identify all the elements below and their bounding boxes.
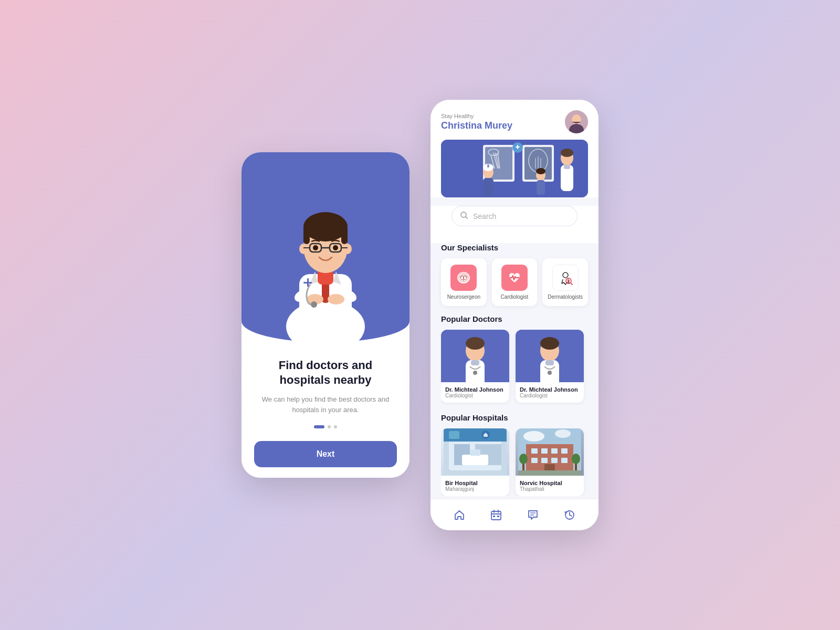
svg-rect-86 bbox=[531, 448, 538, 454]
stay-healthy-label: Stay Healthy bbox=[441, 113, 512, 119]
svg-rect-44 bbox=[487, 164, 489, 167]
screens-container: Find doctors and hospitals nearby We can… bbox=[242, 100, 598, 530]
specialist-card-neuro[interactable]: Neurosergeon bbox=[441, 258, 487, 306]
username: Christina Murey bbox=[441, 120, 512, 131]
hospital-card-1[interactable]: Bir Hospital Maharajgunj bbox=[441, 428, 509, 496]
doctor-card-img-2 bbox=[516, 330, 584, 382]
svg-point-8 bbox=[311, 301, 317, 308]
svg-line-50 bbox=[466, 217, 467, 218]
svg-rect-34 bbox=[517, 145, 518, 149]
hospital-card-2[interactable]: Norvic Hospital Thapathali bbox=[516, 428, 584, 496]
svg-rect-23 bbox=[307, 278, 309, 287]
main-scroll-content[interactable]: Stay Healthy Christina Murey bbox=[430, 100, 598, 530]
doctor-card-info-1: Dr. Michteal Johnson Cardiologist bbox=[441, 382, 509, 403]
svg-rect-89 bbox=[561, 448, 568, 454]
doctor-name-2: Dr. Michteal Johnson bbox=[520, 386, 580, 393]
avatar-image bbox=[565, 110, 588, 133]
svg-point-38 bbox=[561, 149, 573, 157]
nav-home[interactable] bbox=[454, 509, 465, 521]
doctors-scroll[interactable]: Dr. Michteal Johnson Cardiologist bbox=[441, 330, 588, 405]
header-top: Stay Healthy Christina Murey bbox=[441, 110, 588, 133]
specialists-row: Neurosergeon Cardiologist bbox=[441, 258, 588, 306]
avatar[interactable] bbox=[565, 110, 588, 133]
svg-rect-87 bbox=[541, 448, 548, 454]
hospital-interior-icon bbox=[441, 428, 509, 476]
svg-rect-48 bbox=[537, 180, 545, 195]
nav-chat[interactable] bbox=[527, 509, 539, 521]
popular-hospitals-title: Popular Hospitals bbox=[441, 413, 588, 422]
svg-rect-88 bbox=[551, 448, 558, 454]
calendar-icon bbox=[490, 509, 502, 521]
search-placeholder-text: Search bbox=[473, 212, 496, 220]
svg-rect-91 bbox=[541, 458, 548, 463]
svg-point-83 bbox=[555, 429, 571, 438]
hospitals-scroll[interactable]: Bir Hospital Maharajgunj bbox=[441, 428, 588, 496]
derm-icon-box bbox=[552, 265, 579, 291]
nav-history[interactable] bbox=[564, 509, 575, 521]
svg-point-20 bbox=[313, 245, 318, 250]
onboarding-illustration-area bbox=[242, 152, 410, 342]
neuro-icon-box bbox=[450, 265, 477, 291]
svg-rect-104 bbox=[493, 516, 495, 517]
hospital-name-2: Norvic Hospital bbox=[520, 480, 580, 486]
neuro-label: Neurosergeon bbox=[447, 294, 480, 300]
svg-rect-45 bbox=[483, 178, 494, 196]
doctor-card-1[interactable]: Dr. Michteal Johnson Cardiologist bbox=[441, 330, 509, 403]
svg-rect-75 bbox=[462, 455, 488, 465]
svg-rect-40 bbox=[564, 165, 570, 169]
doctor-1-illustration bbox=[441, 330, 509, 382]
svg-rect-78 bbox=[449, 431, 459, 439]
svg-rect-95 bbox=[518, 470, 581, 476]
hospital-card-info-1: Bir Hospital Maharajgunj bbox=[441, 476, 509, 496]
next-button[interactable]: Next bbox=[254, 441, 397, 467]
svg-rect-100 bbox=[491, 511, 501, 520]
specialists-section: Our Specialists bbox=[430, 243, 598, 314]
doctor-spec-1: Cardiologist bbox=[445, 393, 505, 398]
derm-label: Dermatologists bbox=[548, 294, 583, 300]
specialist-card-cardio[interactable]: Cardiologist bbox=[492, 258, 538, 306]
svg-rect-69 bbox=[545, 360, 554, 365]
popular-doctors-section: Popular Doctors bbox=[430, 314, 598, 413]
app-header: Stay Healthy Christina Murey bbox=[430, 100, 598, 197]
popular-doctors-title: Popular Doctors bbox=[441, 314, 588, 323]
svg-point-64 bbox=[473, 371, 477, 375]
search-bar[interactable]: Search bbox=[452, 206, 578, 226]
pagination-dots bbox=[314, 425, 337, 428]
hospital-loc-1: Maharajgunj bbox=[445, 486, 505, 492]
svg-point-13 bbox=[299, 244, 308, 254]
svg-point-21 bbox=[333, 245, 338, 250]
search-section: Search bbox=[430, 206, 598, 243]
svg-point-99 bbox=[572, 454, 580, 464]
svg-rect-12 bbox=[341, 226, 348, 244]
doctor-2-illustration bbox=[516, 330, 584, 382]
hospital-exterior-icon bbox=[516, 428, 584, 476]
promo-banner bbox=[441, 140, 588, 197]
doctor-card-2[interactable]: Dr. Michteal Johnson Cardiologist bbox=[516, 330, 584, 403]
svg-point-10 bbox=[303, 212, 348, 242]
user-info: Stay Healthy Christina Murey bbox=[441, 113, 512, 131]
heart-ecg-icon bbox=[507, 270, 522, 286]
nav-schedule[interactable] bbox=[490, 509, 502, 521]
svg-point-67 bbox=[540, 337, 559, 350]
svg-point-7 bbox=[328, 294, 344, 304]
brain-icon bbox=[456, 270, 471, 286]
onboarding-description: We can help you find the best doctors an… bbox=[254, 394, 397, 415]
onboarding-screen: Find doctors and hospitals nearby We can… bbox=[242, 152, 410, 478]
bottom-nav bbox=[430, 499, 598, 530]
svg-point-47 bbox=[536, 168, 545, 174]
svg-line-57 bbox=[571, 283, 572, 285]
specialists-title: Our Specialists bbox=[441, 243, 588, 252]
banner-content bbox=[441, 140, 588, 197]
home-icon bbox=[454, 509, 465, 521]
main-app-screen: Stay Healthy Christina Murey bbox=[430, 100, 598, 530]
svg-rect-90 bbox=[531, 458, 538, 463]
doctor-name-1: Dr. Michteal Johnson bbox=[445, 386, 505, 393]
svg-rect-92 bbox=[551, 458, 558, 463]
dot-inactive-2 bbox=[334, 425, 337, 428]
cardio-icon-box bbox=[501, 265, 528, 291]
cardio-label: Cardiologist bbox=[501, 294, 529, 300]
svg-point-55 bbox=[563, 272, 568, 278]
onboarding-title: Find doctors and hospitals nearby bbox=[254, 358, 397, 388]
specialist-card-derm[interactable]: Dermatologists bbox=[542, 258, 588, 306]
popular-hospitals-section: Popular Hospitals bbox=[430, 413, 598, 505]
